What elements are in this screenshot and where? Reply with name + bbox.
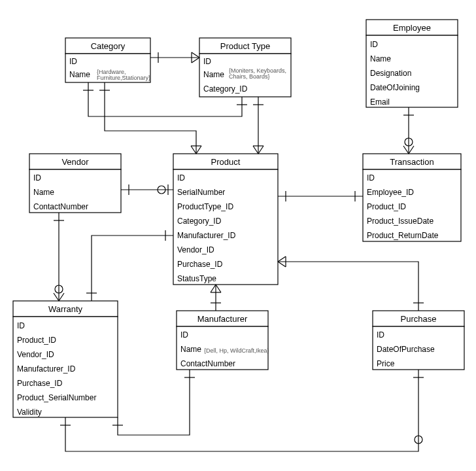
transaction-title: Transaction: [390, 157, 434, 167]
product-attr-6: Purchase_ID: [177, 260, 223, 269]
product-attr-4: Manufacturer_ID: [177, 231, 236, 240]
vendor-title: Vendor: [61, 157, 89, 167]
product-title: Product: [211, 157, 241, 167]
product-attr-5: Vendor_ID: [177, 245, 214, 254]
transaction-attr-1: Employee_ID: [367, 188, 414, 197]
transaction-attr-4: Product_ReturnDate: [367, 231, 439, 240]
product-type-attr-2: Category_ID: [203, 84, 248, 94]
product-type-title: Product Type: [220, 41, 270, 51]
transaction-attr-0: ID: [367, 173, 375, 183]
rel-product-transaction: [278, 191, 363, 201]
warranty-attr-6: Validity: [17, 408, 42, 417]
purchase-attr-1: DateOfPurchase: [377, 345, 435, 354]
category-note-l2: Furniture,Stationary}: [97, 75, 150, 81]
vendor-attr-2: ContactNumber: [33, 202, 88, 211]
rel-vendor-product: [121, 184, 173, 195]
employee-attr-2: Designation: [370, 69, 411, 78]
employee-attr-1: Name: [370, 54, 391, 63]
rel-manufacturer-warranty: [112, 370, 195, 435]
rel-category-producttype: [150, 52, 199, 63]
warranty-attr-3: Manufacturer_ID: [17, 364, 76, 374]
employee-attr-3: DateOfJoining: [370, 83, 420, 92]
entity-employee: Employee ID Name Designation DateOfJoini…: [366, 20, 458, 107]
warranty-title: Warranty: [48, 304, 83, 314]
vendor-attr-1: Name: [33, 188, 54, 197]
entity-warranty: Warranty ID Product_ID Vendor_ID Manufac…: [13, 301, 118, 417]
entity-product-type: Product Type ID Name {Moniters, Keyboard…: [199, 38, 291, 97]
employee-attr-0: ID: [370, 40, 378, 49]
manufacturer-attr-1: Name: [180, 345, 201, 354]
product-attr-3: Category_ID: [177, 217, 222, 226]
entity-purchase: Purchase ID DateOfPurchase Price: [373, 311, 464, 370]
product-type-attr-0: ID: [203, 57, 211, 66]
entity-manufacturer: Manufacturer ID Name {Dell, Hp, WildCraf…: [177, 311, 269, 370]
purchase-title: Purchase: [401, 314, 437, 324]
rel-product-purchase: [278, 256, 424, 311]
vendor-attr-0: ID: [33, 173, 41, 183]
manufacturer-attr-0: ID: [180, 330, 188, 340]
manufacturer-note: {Dell, Hp, WildCraft,Ikea}: [204, 347, 269, 354]
warranty-attr-1: Product_ID: [17, 336, 56, 345]
manufacturer-attr-2: ContactNumber: [180, 359, 235, 368]
category-attr-1: Name: [69, 70, 90, 79]
rel-employee-transaction: [403, 107, 414, 154]
purchase-attr-2: Price: [377, 359, 395, 368]
rel-producttype-product: [253, 97, 264, 154]
rel-product-manufacturer: [211, 285, 221, 311]
category-title: Category: [91, 41, 126, 51]
manufacturer-title: Manufacturer: [197, 314, 248, 324]
entity-vendor: Vendor ID Name ContactNumber: [29, 154, 121, 213]
category-attr-0: ID: [69, 57, 77, 66]
product-type-attr-1: Name: [203, 70, 224, 79]
product-attr-0: ID: [177, 173, 185, 183]
warranty-attr-2: Vendor_ID: [17, 350, 54, 359]
product-attr-7: StatusType: [177, 274, 216, 283]
rel-vendor-warranty: [54, 213, 64, 301]
product-attr-2: ProductType_ID: [177, 202, 233, 211]
warranty-attr-5: Product_SerialNumber: [17, 393, 96, 402]
warranty-attr-0: ID: [17, 321, 25, 330]
transaction-attr-3: Product_IssueDate: [367, 217, 434, 226]
employee-title: Employee: [393, 23, 431, 33]
rel-product-warranty: [86, 230, 173, 301]
transaction-attr-2: Product_ID: [367, 202, 406, 211]
employee-attr-4: Email: [370, 97, 390, 107]
rel-category-product: [99, 82, 201, 154]
warranty-attr-4: Purchase_ID: [17, 379, 63, 388]
entity-product: Product ID SerialNumber ProductType_ID C…: [173, 154, 278, 285]
product-attr-1: SerialNumber: [177, 188, 225, 197]
entity-transaction: Transaction ID Employee_ID Product_ID Pr…: [363, 154, 461, 241]
purchase-attr-0: ID: [377, 330, 384, 340]
entity-category: Category ID Name {Hardware, Furniture,St…: [65, 38, 150, 82]
er-diagram: Category ID Name {Hardware, Furniture,St…: [0, 0, 476, 471]
product-type-note-l2: Chairs, Boards}: [229, 73, 270, 80]
